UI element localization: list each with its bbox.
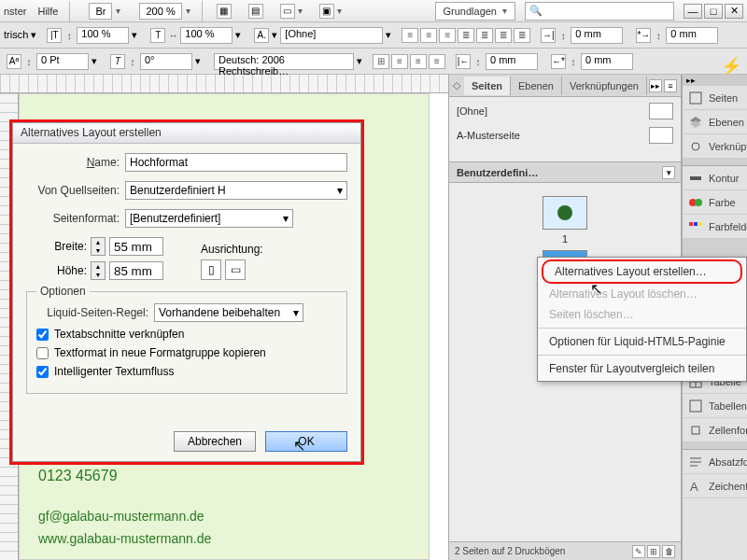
char-style-field[interactable]: [Ohne] <box>280 27 383 44</box>
mini-swatches[interactable]: Farbfelde… <box>683 215 747 239</box>
search-input[interactable]: 🔍 <box>525 2 674 21</box>
indent-right-field[interactable]: 0 mm <box>486 53 538 70</box>
options-legend: Optionen <box>36 285 90 298</box>
zoom-field[interactable]: 200 %▾ <box>139 3 190 20</box>
mini-ebenen[interactable]: Ebenen <box>683 110 747 134</box>
tab-seiten[interactable]: Seiten <box>464 77 511 95</box>
panel-menu-icon[interactable]: ≡ <box>664 79 677 92</box>
tab-ebenen[interactable]: Ebenen <box>511 77 562 95</box>
chk-copy-styles[interactable] <box>36 347 49 359</box>
menu-item[interactable]: Hilfe <box>37 6 58 17</box>
baseline-field[interactable]: 0 Pt <box>36 53 89 70</box>
indent-last-field[interactable]: 0 mm <box>581 53 633 70</box>
doc-phone: 0123 45679 <box>38 468 410 484</box>
menu-delete-alt-layout: Alternatives Layout löschen… <box>538 284 746 304</box>
mini-stroke[interactable]: Kontur <box>683 166 747 190</box>
mini-seiten[interactable]: Seiten <box>683 86 747 110</box>
new-page-icon[interactable]: ⊞ <box>647 545 660 558</box>
source-select[interactable]: Benutzerdefiniert H▾ <box>125 181 347 200</box>
menu-split-window[interactable]: Fenster für Layoutvergleich teilen <box>538 358 746 379</box>
indent-first-field[interactable]: 0 mm <box>666 27 718 44</box>
panel-tab-arrow-icon[interactable]: ◇ <box>449 79 464 91</box>
mini-links[interactable]: Verknüpf… <box>683 134 747 159</box>
master-thumb[interactable] <box>649 103 673 119</box>
mini-para-styles[interactable]: Absatzfo… <box>683 450 747 474</box>
indent-right-icon[interactable]: |← <box>456 54 471 69</box>
source-label: Von Quellseiten: <box>26 184 120 197</box>
width-stepper[interactable]: ▲▼ <box>91 237 106 256</box>
flash-icon[interactable]: ⚡ <box>721 56 741 77</box>
mini-char-styles[interactable]: AZeichenf… <box>683 474 747 498</box>
view-toggle-icon[interactable]: ▦ <box>217 4 232 19</box>
baseline-shift-icon[interactable]: Aª <box>7 54 21 69</box>
svg-rect-5 <box>689 222 693 226</box>
bullets-icon[interactable]: ≡ <box>391 54 408 69</box>
numbering-icon[interactable]: ≡ <box>410 54 427 69</box>
expand-panels-icon[interactable]: ▸▸ <box>683 75 747 86</box>
master-thumb[interactable] <box>649 127 673 144</box>
indent-last-icon[interactable]: ←* <box>551 54 566 69</box>
menu-liquid-options[interactable]: Optionen für Liquid-HTML5-Paginie <box>538 331 746 352</box>
format-select[interactable]: [Benutzerdefiniert]▾ <box>125 209 293 228</box>
maximize-button[interactable]: □ <box>704 4 723 19</box>
mini-cell-styles[interactable]: Zellenfor… <box>683 418 747 442</box>
height-field[interactable] <box>109 261 163 280</box>
liquid-select[interactable]: Vorhandene beibehalten▾ <box>154 303 303 322</box>
skew-field[interactable]: 0° <box>140 53 192 70</box>
justify-icon[interactable]: ≣ <box>458 28 474 43</box>
justify-last-left-icon[interactable]: ≣ <box>495 28 512 43</box>
menu-create-alt-layout[interactable]: Alternatives Layout erstellen… <box>542 259 742 284</box>
vertical-justify-icon[interactable]: |T <box>47 28 62 43</box>
alt-layout-dialog: Alternatives Layout erstellen Name: Von … <box>12 122 361 462</box>
mini-color[interactable]: Farbe <box>683 190 747 215</box>
edit-page-icon[interactable]: ✎ <box>632 545 645 558</box>
view-toggle-icon[interactable]: ▤ <box>248 4 263 19</box>
bridge-button[interactable]: Br▾ <box>89 3 120 20</box>
justify-all-icon[interactable]: ≣ <box>476 28 493 43</box>
tab-links[interactable]: Verknüpfungen <box>562 77 647 95</box>
align-right-icon[interactable]: ≡ <box>439 28 456 43</box>
format-label: Seitenformat: <box>26 212 120 225</box>
minimize-button[interactable]: — <box>684 4 702 19</box>
orient-label: Ausrichtung: <box>201 243 263 256</box>
align-center-icon[interactable]: ≡ <box>420 28 437 43</box>
height-label: Höhe: <box>45 264 87 277</box>
span-icon[interactable]: ≡ <box>429 54 445 69</box>
language-field[interactable]: Deutsch: 2006 Rechtschreib… <box>214 53 354 70</box>
chk-smart-reflow[interactable] <box>36 366 49 378</box>
skew-icon[interactable]: T <box>110 54 125 69</box>
master-a[interactable]: A-Musterseite <box>457 130 520 141</box>
close-button[interactable]: ✕ <box>725 4 743 19</box>
indent-left-icon[interactable]: →| <box>541 28 556 43</box>
orient-portrait-icon[interactable]: ▯ <box>201 259 221 280</box>
svg-text:A: A <box>690 480 698 494</box>
ok-button[interactable]: OK <box>265 431 347 452</box>
arrange-icon[interactable]: ▭ <box>280 4 295 19</box>
name-field[interactable] <box>125 153 347 172</box>
width-field[interactable] <box>109 237 163 256</box>
svg-rect-1 <box>690 92 701 104</box>
cancel-button[interactable]: Abbrechen <box>174 431 256 452</box>
horizontal-scale-icon[interactable]: T <box>150 28 165 43</box>
chk-link-text[interactable] <box>36 329 49 341</box>
layout-menu-button[interactable]: ▾ <box>662 166 675 179</box>
doc-web: www.galabau-mustermann.de <box>38 531 410 546</box>
screen-mode-icon[interactable]: ▣ <box>319 4 334 19</box>
page-thumb-1[interactable] <box>543 196 587 230</box>
scale-h-field[interactable]: 100 % <box>180 27 233 44</box>
delete-page-icon[interactable]: 🗑 <box>662 545 675 558</box>
indent-first-icon[interactable]: *→ <box>636 28 651 43</box>
workspace-selector[interactable]: Grundlagen▾ <box>435 2 516 21</box>
indent-left-field[interactable]: 0 mm <box>571 27 623 44</box>
menu-item[interactable]: nster <box>4 6 26 17</box>
char-style-icon[interactable]: A. <box>254 28 269 43</box>
mini-table-styles[interactable]: Tabellenf… <box>683 394 747 418</box>
tab-icon[interactable]: ⊞ <box>373 54 389 69</box>
orient-landscape-icon[interactable]: ▭ <box>225 259 246 280</box>
master-none[interactable]: [Ohne] <box>457 105 487 117</box>
justify-last-right-icon[interactable]: ≣ <box>514 28 530 43</box>
align-left-icon[interactable]: ≡ <box>402 28 418 43</box>
height-stepper[interactable]: ▲▼ <box>91 261 106 280</box>
panel-collapse-icon[interactable]: ▸▸ <box>649 79 662 92</box>
scale-v-field[interactable]: 100 % <box>77 27 129 44</box>
